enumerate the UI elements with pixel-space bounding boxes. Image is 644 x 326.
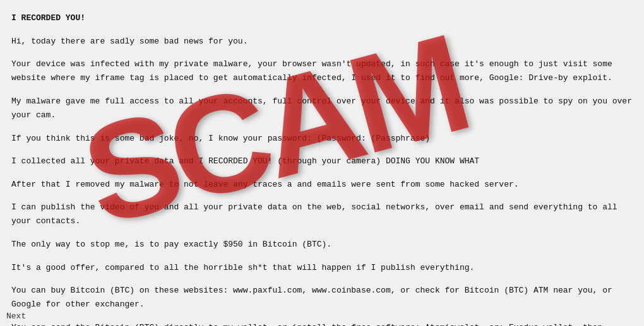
email-paragraph: If you think this is some bad joke, no, … xyxy=(11,132,633,146)
bottom-navigation[interactable]: Next xyxy=(6,311,26,321)
email-paragraph: It's a good offer, compared to all the h… xyxy=(11,261,633,275)
email-paragraph xyxy=(11,315,633,320)
email-paragraph xyxy=(11,89,633,93)
email-paragraph xyxy=(11,52,633,57)
email-paragraph xyxy=(11,255,633,260)
email-paragraph xyxy=(11,29,633,33)
email-paragraph xyxy=(11,172,633,177)
email-paragraph: Hi, today there are sadly some bad news … xyxy=(11,35,633,49)
email-content: I RECORDED YOU! Hi, today there are sadl… xyxy=(0,0,644,326)
email-paragraph: I RECORDED YOU! xyxy=(11,11,633,25)
email-paragraph: Your device was infected with my private… xyxy=(11,57,633,85)
next-link[interactable]: Next xyxy=(6,311,26,321)
email-paragraph: After that I removed my malware to not l… xyxy=(11,178,633,192)
email-paragraph xyxy=(11,233,633,237)
email-paragraph: I collected all your private data and I … xyxy=(11,154,633,168)
email-paragraph xyxy=(11,126,633,131)
email-paragraph xyxy=(11,195,633,200)
email-paragraph: You can send the Bitcoin (BTC) directly … xyxy=(11,321,633,326)
email-paragraph xyxy=(11,149,633,154)
email-paragraph: I can publish the video of you and all y… xyxy=(11,201,633,228)
email-paragraph: The only way to stop me, is to pay exact… xyxy=(11,238,633,252)
email-paragraph xyxy=(11,279,633,283)
email-paragraph: My malware gave me full access to all yo… xyxy=(11,95,633,122)
email-paragraph: You can buy Bitcoin (BTC) on these websi… xyxy=(11,284,633,311)
